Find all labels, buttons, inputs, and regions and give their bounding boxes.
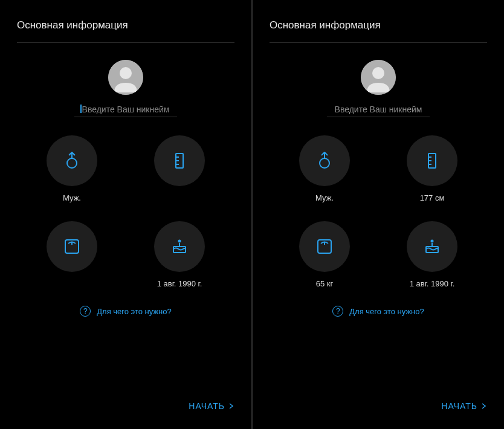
help-text: Для чего это нужно? — [349, 307, 424, 316]
help-link[interactable]: ? Для чего это нужно? — [265, 306, 492, 317]
male-icon — [47, 135, 97, 186]
page-title: Основная информация — [265, 19, 492, 42]
ruler-icon — [154, 135, 205, 186]
height-cell[interactable] — [138, 135, 221, 203]
info-grid: Муж. 177 см 65 кг 1 авг. 1990 г. — [265, 135, 492, 289]
gender-label: Муж. — [315, 193, 334, 203]
weight-cell[interactable] — [30, 221, 114, 289]
nickname-container: Введите Ваш никнейм — [265, 103, 492, 117]
nickname-input[interactable]: Введите Ваш никнейм — [74, 103, 177, 117]
male-icon — [299, 135, 350, 186]
birthday-cell[interactable]: 1 авг. 1990 г. — [138, 221, 221, 289]
avatar-container — [12, 60, 239, 95]
start-button[interactable]: НАЧАТЬ — [189, 401, 234, 411]
nickname-container: Введите Ваш никнейм — [12, 103, 239, 117]
svg-point-14 — [179, 240, 181, 242]
start-label: НАЧАТЬ — [189, 401, 225, 411]
svg-point-16 — [372, 67, 384, 79]
page-title: Основная информация — [12, 19, 239, 42]
svg-point-29 — [431, 240, 433, 242]
avatar-icon[interactable] — [108, 60, 143, 95]
avatar-icon[interactable] — [361, 60, 396, 95]
cake-icon — [154, 221, 205, 272]
pane-right: Основная информация Введите Ваш никнейм … — [253, 0, 504, 429]
weight-label: 65 кг — [316, 279, 334, 289]
birthday-cell[interactable]: 1 авг. 1990 г. — [390, 221, 474, 289]
scale-icon — [47, 221, 97, 272]
weight-cell[interactable]: 65 кг — [283, 221, 366, 289]
gender-cell[interactable]: Муж. — [283, 135, 366, 203]
gender-cell[interactable]: Муж. — [30, 135, 114, 203]
svg-point-2 — [67, 158, 77, 168]
svg-point-1 — [120, 67, 132, 79]
height-label: 177 см — [420, 193, 445, 203]
height-cell[interactable]: 177 см — [390, 135, 474, 203]
cake-icon — [407, 221, 457, 272]
help-text: Для чего это нужно? — [97, 307, 172, 316]
birthday-label: 1 авг. 1990 г. — [410, 279, 455, 289]
chevron-right-icon — [481, 403, 487, 409]
chevron-right-icon — [228, 403, 234, 409]
gender-label: Муж. — [63, 193, 81, 203]
start-label: НАЧАТЬ — [441, 401, 477, 411]
pane-left: Основная информация Введите Ваш никнейм … — [0, 0, 251, 429]
ruler-icon — [407, 135, 457, 186]
question-icon: ? — [80, 306, 91, 317]
avatar-container — [265, 60, 492, 95]
divider-line — [270, 42, 487, 43]
help-link[interactable]: ? Для чего это нужно? — [12, 306, 239, 317]
scale-icon — [299, 221, 350, 272]
start-button[interactable]: НАЧАТЬ — [441, 401, 487, 411]
svg-point-17 — [320, 158, 329, 168]
divider-line — [17, 42, 234, 43]
info-grid: Муж. 1 авг. 1990 г. — [12, 135, 239, 289]
question-icon: ? — [332, 306, 343, 317]
nickname-input[interactable]: Введите Ваш никнейм — [327, 103, 430, 117]
birthday-label: 1 авг. 1990 г. — [157, 279, 202, 289]
